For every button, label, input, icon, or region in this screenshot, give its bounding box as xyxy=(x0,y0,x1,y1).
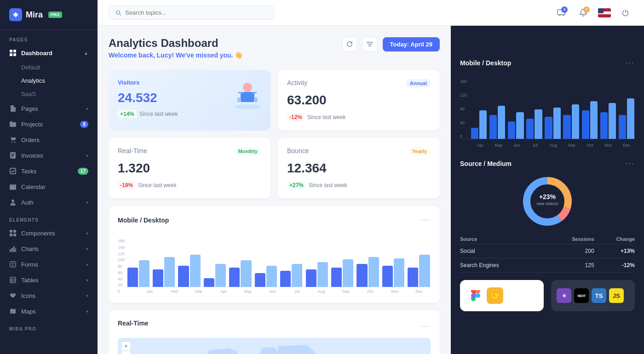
source-search: Search Engines xyxy=(460,258,546,273)
sidebar-item-charts[interactable]: Charts ▾ xyxy=(0,241,98,257)
sidebar-item-orders[interactable]: Orders xyxy=(0,132,98,148)
sidebar-item-auth[interactable]: Auth ▾ xyxy=(0,194,98,210)
forms-label: Forms xyxy=(21,261,38,268)
map-menu-btn[interactable]: ··· xyxy=(421,321,431,331)
svg-rect-24 xyxy=(12,248,13,252)
realtime-change: -18% xyxy=(118,181,135,189)
file-icon xyxy=(9,105,17,112)
icons-arrow: ▾ xyxy=(86,293,88,298)
source-menu[interactable]: ··· xyxy=(625,159,635,168)
page-header: Analytics Dashboard Welcome back, Lucy! … xyxy=(109,37,440,59)
realtime-period: Since last week xyxy=(138,182,176,188)
sidebar-item-projects[interactable]: Projects 8 xyxy=(0,116,98,132)
svg-point-13 xyxy=(11,187,12,188)
tasks-label: Tasks xyxy=(21,168,36,175)
sidebar-item-invoices[interactable]: Invoices ▾ xyxy=(0,148,98,163)
header-actions: 3 7 xyxy=(554,6,633,20)
sessions-social: 200 xyxy=(546,244,594,258)
sidebar-item-components[interactable]: Components ▾ xyxy=(0,225,98,241)
forms-arrow: ▾ xyxy=(86,262,88,267)
sidebar-item-maps[interactable]: Maps ▾ xyxy=(0,303,98,319)
dark-chart-menu[interactable]: ··· xyxy=(625,58,635,68)
realtime-map-title: Real-Time xyxy=(118,320,149,327)
nextjs-icon: NEXT xyxy=(574,288,589,303)
bounce-value: 12.364 xyxy=(287,161,431,176)
sidebar-item-dashboard[interactable]: Dashboard ▲ xyxy=(0,45,98,61)
sessions-search: 125 xyxy=(546,258,594,273)
sidebar-sub-default[interactable]: Default xyxy=(0,61,98,74)
stats-grid: Visitors 24.532 +14% Since last week xyxy=(109,70,440,199)
page-header-actions: Today: April 29 xyxy=(342,37,440,51)
svg-text:+23%: +23% xyxy=(539,193,556,200)
dark-bar-nov xyxy=(600,75,616,139)
visitors-card: Visitors 24.532 +14% Since last week xyxy=(109,70,270,131)
sidebar-item-tables[interactable]: Tables ▾ xyxy=(0,272,98,288)
sidebar-item-tasks[interactable]: Tasks 17 xyxy=(0,163,98,179)
bar-jan xyxy=(126,232,150,287)
bar-feb xyxy=(152,232,175,287)
dark-bar-apr xyxy=(471,75,487,139)
projects-label: Projects xyxy=(21,121,43,128)
bounce-card: Bounce Yearly 12.364 +27% Since last wee… xyxy=(278,138,440,199)
dark-bar-oct xyxy=(581,75,598,139)
svg-rect-0 xyxy=(10,50,12,52)
auth-arrow: ▾ xyxy=(86,200,88,205)
svg-point-18 xyxy=(12,200,14,202)
sidebar: Mira PRO PAGES Dashboard ▲ Default Analy… xyxy=(0,0,98,354)
search-icon xyxy=(115,10,121,16)
messages-btn[interactable]: 3 xyxy=(554,6,569,20)
calendar-icon xyxy=(9,183,17,190)
sidebar-item-forms[interactable]: Forms ▾ xyxy=(0,257,98,272)
search-wrapper[interactable] xyxy=(109,6,274,20)
svg-rect-27 xyxy=(10,262,16,267)
calendar-label: Calendar xyxy=(21,183,46,190)
heart-icon xyxy=(9,292,17,299)
realtime-card: Real-Time Monthly 1.320 -18% Since last … xyxy=(109,138,270,199)
table-row: Social 200 +13% xyxy=(460,244,635,258)
sidebar-item-calendar[interactable]: Calendar xyxy=(0,179,98,194)
app-name: Mira xyxy=(26,10,43,20)
bar-mar xyxy=(178,232,201,287)
realtime-map-card: Real-Time ··· + − xyxy=(109,310,440,354)
top-header: 3 7 xyxy=(98,0,644,26)
bar-jul xyxy=(280,232,303,287)
tech-dark-card: ⚛ NEXT TS JS xyxy=(551,280,635,311)
svg-point-5 xyxy=(14,142,16,143)
refresh-btn[interactable] xyxy=(342,37,357,51)
check-icon xyxy=(9,167,17,175)
filter-btn[interactable] xyxy=(362,37,377,51)
sidebar-sub-saas[interactable]: SaaS xyxy=(0,87,98,101)
dark-bar-aug xyxy=(544,75,561,139)
sketch-icon xyxy=(487,287,503,304)
map-container: + − xyxy=(118,338,431,354)
redux-icon: ⚛ xyxy=(557,288,571,303)
realtime-label: Real-Time xyxy=(118,147,147,154)
dark-bar-jun xyxy=(507,75,524,139)
sidebar-item-icons[interactable]: Icons ▾ xyxy=(0,288,98,303)
pages-label: Pages xyxy=(21,105,38,112)
world-map xyxy=(118,338,431,354)
bell-btn[interactable]: 7 xyxy=(576,6,591,20)
activity-badge: Annual xyxy=(406,79,431,87)
date-btn[interactable]: Today: April 29 xyxy=(383,37,440,51)
svg-rect-12 xyxy=(10,184,16,186)
main-area: 3 7 Analytics Dashboard Welcome back, Lu… xyxy=(98,0,644,354)
search-input[interactable] xyxy=(125,9,267,16)
map-icon xyxy=(9,308,17,315)
visitors-period: Since last week xyxy=(139,111,178,117)
sidebar-item-pages[interactable]: Pages ▾ xyxy=(0,101,98,116)
bar-apr xyxy=(203,232,226,287)
sidebar-sub-analytics[interactable]: Analytics xyxy=(0,74,98,87)
source-table: Source Sessions Change Social 200 +13% S… xyxy=(460,234,635,273)
chart-menu-btn[interactable]: ··· xyxy=(421,215,431,225)
bell-badge: 7 xyxy=(583,6,590,13)
bounce-change: +27% xyxy=(287,181,306,189)
svg-rect-19 xyxy=(10,230,12,233)
bar-nov xyxy=(381,232,405,287)
dark-chart-title: Mobile / Desktop xyxy=(460,59,511,67)
cart-icon xyxy=(9,136,17,143)
power-btn[interactable] xyxy=(618,6,633,20)
svg-rect-45 xyxy=(254,97,258,102)
visitors-illustration xyxy=(229,74,266,111)
language-selector[interactable] xyxy=(598,8,611,17)
